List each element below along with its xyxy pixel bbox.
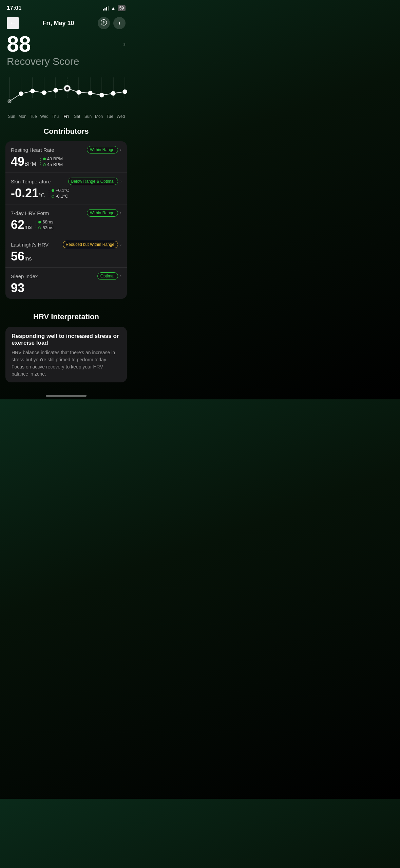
recovery-score-value: 88 [7, 33, 79, 55]
contributor-sleep-index[interactable]: Sleep Index Optimal › 93 [5, 268, 127, 299]
nav-header: ← Fri, May 10 i [0, 14, 132, 33]
hrv-form-name: 7-day HRV Form [11, 210, 49, 216]
status-bar: 17:01 ▲ 59 [0, 0, 132, 14]
st-name: Skin Temperature [11, 179, 51, 184]
recovery-chart [3, 74, 129, 111]
hrv-form-chevron-icon: › [120, 211, 121, 215]
svg-point-14 [31, 89, 35, 93]
st-sub-values: +0.1°C -0.1°C [49, 188, 69, 199]
day-label-wed1: Wed [39, 114, 50, 119]
svg-point-20 [88, 91, 92, 95]
day-label-sun1: Sun [6, 114, 17, 119]
upload-button[interactable] [98, 17, 110, 29]
svg-point-13 [19, 92, 23, 96]
day-label-tue1: Tue [28, 114, 39, 119]
contributor-resting-heart-rate[interactable]: Resting Heart Rate Within Range › 49BPM … [5, 141, 127, 173]
svg-point-16 [54, 88, 58, 92]
dot-outline-icon [43, 163, 46, 166]
day-label-thu: Thu [50, 114, 61, 119]
contributors-section: Contributors Resting Heart Rate Within R… [0, 119, 132, 304]
nav-title: Fri, May 10 [42, 20, 74, 27]
day-label-wed2: Wed [115, 114, 126, 119]
lh-hrv-chevron-icon: › [120, 242, 121, 247]
hrv-interp-title: HRV Interpretation [5, 312, 127, 321]
dot-outline-icon [52, 195, 54, 198]
svg-point-18 [65, 87, 69, 90]
rhr-value: 49BPM [11, 156, 36, 168]
dot-outline-icon [38, 227, 41, 229]
info-icon: i [119, 20, 120, 26]
battery-icon: 59 [118, 5, 126, 11]
si-value: 93 [11, 282, 24, 294]
svg-point-22 [111, 91, 115, 95]
day-label-sat: Sat [72, 114, 82, 119]
svg-point-12 [8, 100, 11, 103]
rhr-status-badge: Within Range [87, 146, 118, 153]
svg-point-23 [123, 90, 127, 94]
rhr-sub-values: 49 BPM 45 BPM [40, 156, 63, 167]
hrv-card-body: HRV balance indicates that there's an in… [12, 349, 121, 378]
hrv-card-title: Responding well to increased stress or e… [12, 333, 121, 346]
contributors-card: Resting Heart Rate Within Range › 49BPM … [5, 141, 127, 299]
wifi-icon: ▲ [111, 5, 116, 11]
lh-hrv-value: 56ms [11, 250, 32, 263]
day-label-fri: Fri [61, 114, 72, 119]
si-name: Sleep Index [11, 273, 38, 279]
hrv-interpretation-section: HRV Interpretation Responding well to in… [0, 304, 132, 388]
contributor-last-night-hrv[interactable]: Last night's HRV Reduced but Within Rang… [5, 236, 127, 268]
contributor-hrv-form[interactable]: 7-day HRV Form Within Range › 62ms 68ms … [5, 204, 127, 236]
si-chevron-icon: › [120, 274, 121, 278]
recovery-score-group: 88 Recovery Score [7, 33, 79, 67]
st-value: -0.21°C [11, 187, 45, 199]
status-icons: ▲ 59 [103, 5, 126, 11]
st-status-badge: Below Range & Optimal [68, 178, 118, 185]
info-button[interactable]: i [113, 17, 126, 29]
back-button[interactable]: ← [7, 17, 19, 29]
rhr-chevron-icon: › [120, 147, 121, 152]
svg-point-21 [100, 93, 104, 97]
si-status-badge: Optimal [97, 272, 118, 280]
day-label-mon2: Mon [94, 114, 104, 119]
svg-point-19 [77, 90, 81, 94]
svg-point-15 [42, 91, 46, 95]
lh-hrv-status-badge: Reduced but Within Range [63, 241, 118, 248]
recovery-section: 88 Recovery Score › [0, 33, 132, 71]
day-label-sun2: Sun [82, 114, 93, 119]
st-chevron-icon: › [120, 179, 121, 184]
home-pill [46, 395, 87, 397]
hrv-form-value: 62ms [11, 219, 32, 231]
rhr-name: Resting Heart Rate [11, 147, 54, 153]
status-time: 17:01 [7, 5, 21, 12]
hrv-interpretation-card: Responding well to increased stress or e… [5, 327, 127, 382]
dot-icon [52, 189, 54, 192]
lh-hrv-name: Last night's HRV [11, 242, 49, 248]
home-indicator [0, 388, 132, 399]
dot-icon [38, 221, 41, 223]
day-label-mon1: Mon [17, 114, 28, 119]
recovery-chevron-icon[interactable]: › [123, 40, 126, 48]
back-arrow-icon: ← [9, 19, 17, 28]
nav-action-icons: i [98, 17, 126, 29]
dot-icon [43, 158, 46, 160]
hrv-form-status-badge: Within Range [87, 209, 118, 217]
chart-container: Sun Mon Tue Wed Thu Fri Sat Sun Mon Tue … [0, 71, 132, 119]
recovery-score-label: Recovery Score [7, 56, 79, 67]
contributors-title: Contributors [5, 127, 127, 136]
upload-icon [101, 19, 107, 27]
day-label-tue2: Tue [104, 114, 115, 119]
chart-day-labels: Sun Mon Tue Wed Thu Fri Sat Sun Mon Tue … [3, 113, 129, 119]
signal-icon [103, 6, 109, 11]
contributor-skin-temperature[interactable]: Skin Temperature Below Range & Optimal ›… [5, 173, 127, 204]
hrv-form-sub-values: 68ms 53ms [36, 219, 53, 230]
